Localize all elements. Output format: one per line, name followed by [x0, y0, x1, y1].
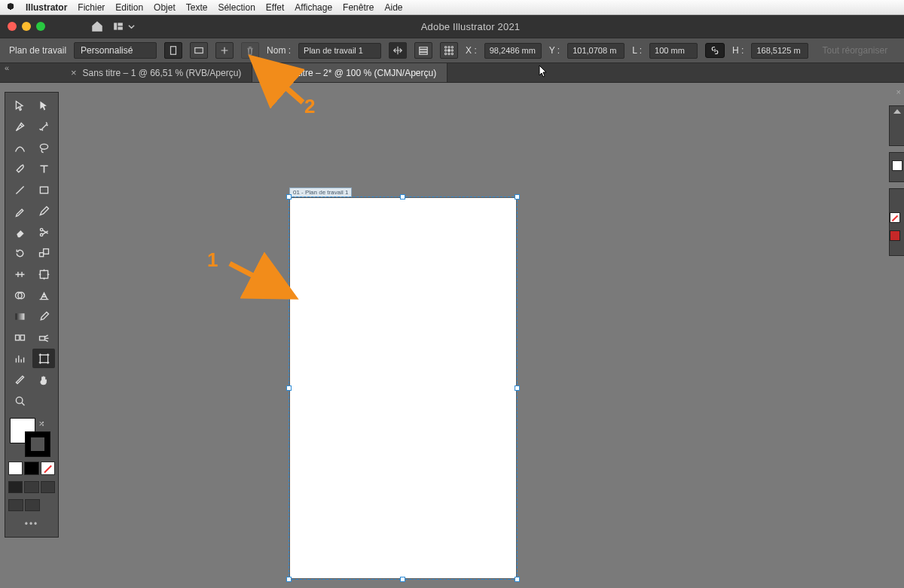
menu-item-text[interactable]: Texte [186, 2, 208, 13]
menu-app-name[interactable]: Illustrator [26, 2, 67, 13]
screen-mode-normal[interactable] [8, 499, 23, 511]
stroke-swatch[interactable] [25, 431, 50, 457]
gradient-tool[interactable] [8, 306, 31, 326]
pencil-tool[interactable] [32, 201, 55, 221]
pen-tool[interactable] [8, 117, 31, 136]
color-mode-solid[interactable] [8, 462, 23, 475]
artboard[interactable]: 01 - Plan de travail 1 [290, 198, 516, 578]
resize-handle-bl[interactable] [286, 577, 292, 582]
eyedropper-tool[interactable] [32, 306, 55, 326]
panels-collapse-icon[interactable]: × [896, 87, 901, 96]
menu-item-edit[interactable]: Edition [115, 2, 143, 13]
column-graph-tool[interactable] [8, 349, 31, 368]
brush-tool[interactable] [8, 201, 31, 221]
window-zoom-button[interactable] [36, 22, 45, 31]
scissors-tool[interactable] [32, 222, 55, 242]
swap-fill-stroke-icon[interactable]: ⤮ [38, 419, 44, 428]
draw-behind[interactable] [24, 481, 38, 493]
artboard-label[interactable]: 01 - Plan de travail 1 [289, 187, 352, 197]
panel-properties-collapsed[interactable] [889, 105, 904, 146]
x-input[interactable] [484, 43, 542, 59]
svg-rect-27 [15, 335, 19, 340]
free-transform-tool[interactable] [32, 264, 55, 284]
color-mode-gradient[interactable] [24, 462, 38, 475]
reference-point-selector[interactable] [440, 42, 458, 59]
type-tool[interactable] [32, 159, 55, 178]
artboard-preset-dropdown[interactable]: Personnalisé [74, 42, 157, 59]
resize-handle-b[interactable] [400, 577, 405, 582]
artboard-tool[interactable] [32, 349, 55, 368]
height-input[interactable] [751, 43, 808, 59]
menu-item-file[interactable]: Fichier [78, 2, 105, 13]
edit-toolbar-button[interactable]: ••• [8, 519, 55, 529]
symbol-sprayer-tool[interactable] [32, 328, 55, 347]
canvas[interactable]: 01 - Plan de travail 1 [60, 83, 887, 588]
fill-stroke-swatch[interactable]: ⤮ [8, 418, 55, 459]
orientation-portrait-button[interactable] [164, 42, 182, 59]
width-input[interactable] [649, 43, 698, 59]
h-label: H : [732, 45, 744, 56]
scale-tool[interactable] [32, 243, 55, 263]
link-dimensions-button[interactable] [705, 43, 725, 58]
move-artwork-with-artboard-button[interactable] [389, 42, 407, 59]
blend-tool[interactable] [8, 328, 31, 347]
close-tab-icon[interactable]: × [263, 67, 269, 78]
menu-item-selection[interactable]: Sélection [218, 2, 255, 13]
screen-mode-full[interactable] [25, 499, 40, 511]
hand-tool[interactable] [32, 370, 55, 389]
toolbox: ⤮ ••• [5, 92, 59, 538]
delete-artboard-button[interactable] [241, 42, 259, 59]
workspace-switcher[interactable] [111, 21, 135, 32]
svg-rect-23 [40, 270, 47, 278]
svg-rect-3 [171, 47, 176, 55]
magic-wand-tool[interactable] [32, 117, 55, 136]
width-tool[interactable] [8, 264, 31, 284]
new-artboard-button[interactable] [215, 42, 234, 59]
rotate-tool[interactable] [8, 243, 31, 263]
svg-rect-22 [43, 248, 48, 254]
perspective-grid-tool[interactable] [32, 285, 55, 305]
shape-builder-tool[interactable] [8, 285, 31, 305]
document-tab-1[interactable]: × Sans titre – 1 @ 66,51 % (RVB/Aperçu) [60, 63, 252, 82]
close-tab-icon[interactable]: × [71, 67, 77, 78]
resize-handle-r[interactable] [515, 385, 520, 391]
orientation-landscape-button[interactable] [190, 42, 208, 59]
artboard-name-input[interactable] [298, 43, 381, 59]
artboard-options-button[interactable] [414, 42, 432, 59]
window-minimize-button[interactable] [22, 22, 31, 31]
y-input[interactable] [567, 43, 625, 59]
right-panel-dock [889, 105, 904, 256]
drawing-modes [8, 481, 55, 493]
resize-handle-br[interactable] [515, 577, 520, 582]
menu-item-effect[interactable]: Effet [266, 2, 284, 13]
line-tool[interactable] [8, 180, 31, 200]
resize-handle-t[interactable] [400, 194, 405, 200]
panel-swatches-collapsed[interactable] [889, 152, 904, 182]
swatches-icon [892, 160, 902, 171]
draw-inside[interactable] [41, 481, 55, 493]
color-mode-none[interactable] [41, 462, 55, 475]
direct-selection-tool[interactable] [32, 96, 55, 115]
lasso-tool[interactable] [32, 138, 55, 157]
document-tab-2[interactable]: × Sans titre – 2* @ 100 % (CMJN/Aperçu) [252, 63, 447, 82]
panel-color-collapsed[interactable] [889, 188, 904, 256]
window-close-button[interactable] [8, 22, 17, 31]
toolbox-collapse-toggle[interactable]: « [5, 63, 14, 77]
zoom-tool[interactable] [8, 391, 31, 410]
selection-tool[interactable] [8, 96, 31, 115]
eraser-tool[interactable] [8, 222, 31, 242]
resize-handle-l[interactable] [286, 385, 292, 391]
paintbrush-tool[interactable] [8, 159, 31, 178]
menu-item-view[interactable]: Affichage [295, 2, 332, 13]
resize-handle-tr[interactable] [515, 194, 520, 200]
slice-tool[interactable] [8, 370, 31, 389]
home-icon[interactable] [90, 20, 104, 33]
draw-normal[interactable] [8, 481, 23, 493]
menu-item-object[interactable]: Objet [154, 2, 176, 13]
rearrange-all-button[interactable]: Tout réorganiser [822, 45, 887, 56]
apple-icon[interactable] [6, 3, 15, 12]
menu-item-window[interactable]: Fenêtre [343, 2, 374, 13]
menu-item-help[interactable]: Aide [384, 2, 402, 13]
curvature-tool[interactable] [8, 138, 31, 157]
rectangle-tool[interactable] [32, 180, 55, 200]
